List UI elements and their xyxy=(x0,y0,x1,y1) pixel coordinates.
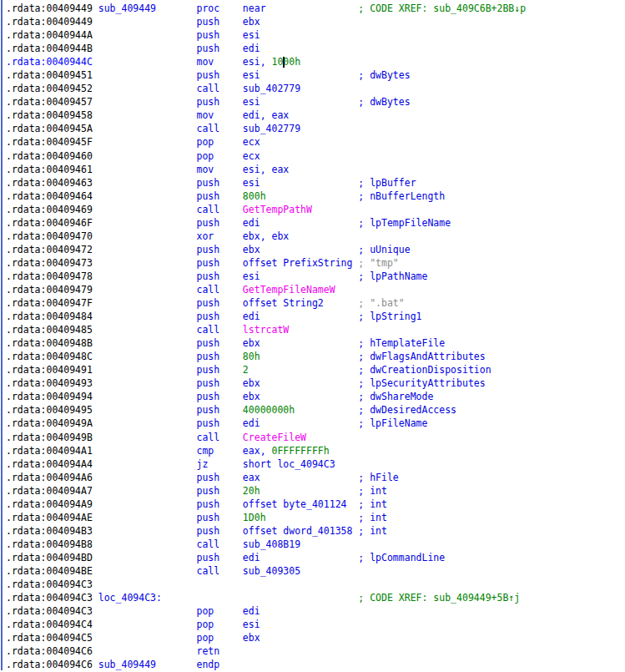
operands[interactable]: esi xyxy=(243,68,260,82)
mnemonic[interactable]: push xyxy=(196,551,219,564)
address[interactable]: .rdata:004094B3 xyxy=(6,524,93,538)
operand-token-b[interactable]: edi, eax xyxy=(243,109,289,121)
mnemonic[interactable]: call xyxy=(196,323,219,336)
operands[interactable]: sub_402779 xyxy=(243,82,300,95)
address[interactable]: .rdata:00409484 xyxy=(6,310,93,323)
operands[interactable]: esi xyxy=(243,95,260,109)
mnemonic[interactable]: push xyxy=(196,403,219,417)
operand-token-b[interactable]: sub_408B19 xyxy=(243,538,300,550)
operand-token-g[interactable]: 0FFFFFFFFh xyxy=(271,445,329,457)
mnemonic[interactable]: pop xyxy=(196,618,214,631)
address[interactable]: .rdata:00409449 xyxy=(6,15,93,28)
operand-token-g[interactable]: 1D0h xyxy=(243,512,266,523)
operands[interactable]: sub_402779 xyxy=(243,122,300,135)
mnemonic[interactable]: push xyxy=(196,68,219,82)
mnemonic[interactable]: push xyxy=(196,350,219,363)
address[interactable]: .rdata:00409472 xyxy=(6,243,93,256)
operands[interactable]: 40000000h xyxy=(243,403,295,417)
operands[interactable]: edi xyxy=(243,417,260,430)
operand-token-g[interactable]: 40000000h xyxy=(243,404,295,416)
operands[interactable]: 2 xyxy=(243,363,249,376)
operands[interactable]: ebx xyxy=(243,631,260,644)
operands[interactable]: sub_409305 xyxy=(243,564,300,578)
operands[interactable]: short loc_4094C3 xyxy=(243,457,335,471)
operands[interactable]: esi xyxy=(243,270,260,283)
mnemonic[interactable]: push xyxy=(196,28,219,42)
operands[interactable]: offset PrefixString xyxy=(243,256,353,270)
operands[interactable]: sub_408B19 xyxy=(243,538,300,551)
operand-token-m[interactable]: CreateFileW xyxy=(243,432,306,443)
address[interactable]: .rdata:00409485 xyxy=(6,323,93,336)
operand-token-g[interactable]: 1000h xyxy=(271,56,300,68)
mnemonic[interactable]: push xyxy=(196,511,219,524)
address[interactable]: .rdata:0040944B xyxy=(6,42,93,55)
mnemonic[interactable]: push xyxy=(196,176,219,189)
operand-token-b[interactable]: esi, eax xyxy=(243,164,289,175)
operand-token-g[interactable]: 2 xyxy=(243,364,249,376)
operands[interactable]: edi xyxy=(243,42,260,55)
address[interactable]: .rdata:00409451 xyxy=(6,68,93,82)
operands[interactable]: esi xyxy=(243,176,260,189)
address[interactable]: .rdata:0040949A xyxy=(6,417,93,430)
operand-token-b[interactable]: ebx xyxy=(243,632,260,644)
address[interactable]: .rdata:00409449 xyxy=(6,2,93,15)
address[interactable]: .rdata:004094C3 xyxy=(6,578,93,591)
operands[interactable]: esi xyxy=(243,618,260,631)
operands[interactable]: near xyxy=(243,2,266,15)
operands[interactable]: CreateFileW xyxy=(243,431,306,444)
mnemonic[interactable]: push xyxy=(196,95,219,109)
operands[interactable]: 20h xyxy=(243,484,260,498)
address[interactable]: .rdata:004094BE xyxy=(6,564,93,578)
address[interactable]: .rdata:00409463 xyxy=(6,176,93,189)
mnemonic[interactable]: mov xyxy=(196,55,214,68)
mnemonic[interactable]: mov xyxy=(196,109,214,122)
mnemonic[interactable]: call xyxy=(196,82,219,95)
operand-token-b[interactable]: esi xyxy=(243,619,260,630)
mnemonic[interactable]: push xyxy=(196,336,219,350)
address[interactable]: .rdata:00409458 xyxy=(6,109,93,122)
operands[interactable]: eax xyxy=(243,471,260,484)
operand-token-b[interactable]: ebx xyxy=(243,391,260,402)
operand-token-b[interactable]: offset String2 xyxy=(243,297,324,309)
address[interactable]: .rdata:004094C4 xyxy=(6,618,93,631)
operand-token-b[interactable]: edi xyxy=(243,43,260,54)
operand-token-b[interactable]: eax, xyxy=(243,445,272,457)
operands[interactable]: 800h xyxy=(243,189,266,203)
address[interactable]: .rdata:004094C6 xyxy=(6,658,93,671)
address[interactable]: .rdata:00409473 xyxy=(6,256,93,270)
operand-token-b[interactable]: esi, xyxy=(243,56,272,68)
address[interactable]: .rdata:00409457 xyxy=(6,95,93,109)
mnemonic[interactable]: proc xyxy=(196,2,219,15)
mnemonic[interactable]: push xyxy=(196,15,219,28)
mnemonic[interactable]: push xyxy=(196,42,219,55)
operand-token-b[interactable]: ecx xyxy=(243,136,260,148)
operands[interactable]: GetTempFileNameW xyxy=(243,283,335,296)
label-name[interactable]: sub_409449 xyxy=(98,2,156,15)
address[interactable]: .rdata:00409494 xyxy=(6,390,93,403)
operands[interactable]: 1D0h xyxy=(243,511,266,524)
address[interactable]: .rdata:00409491 xyxy=(6,363,93,376)
address[interactable]: .rdata:00409469 xyxy=(6,203,93,216)
mnemonic[interactable]: xor xyxy=(196,230,214,243)
mnemonic[interactable]: call xyxy=(196,538,219,551)
address[interactable]: .rdata:004094A9 xyxy=(6,498,93,511)
mnemonic[interactable]: push xyxy=(196,376,219,390)
operands[interactable]: esi xyxy=(243,28,260,42)
operand-token-b[interactable]: sub_402779 xyxy=(243,123,300,134)
operand-token-b[interactable]: offset dword_401358 xyxy=(243,525,353,537)
address[interactable]: .rdata:00409461 xyxy=(6,163,93,176)
operands[interactable]: ebx xyxy=(243,376,260,390)
mnemonic[interactable]: endp xyxy=(196,658,219,671)
mnemonic[interactable]: pop xyxy=(196,631,214,644)
mnemonic[interactable]: push xyxy=(196,524,219,538)
mnemonic[interactable]: pop xyxy=(196,149,214,163)
mnemonic[interactable]: call xyxy=(196,122,219,135)
mnemonic[interactable]: call xyxy=(196,283,219,296)
operand-token-b[interactable]: ecx xyxy=(243,150,260,162)
address[interactable]: .rdata:004094A7 xyxy=(6,484,93,498)
operand-token-b[interactable]: esi xyxy=(243,177,260,189)
label-name[interactable]: loc_4094C3: xyxy=(98,591,162,604)
operand-token-b[interactable]: ebx, ebx xyxy=(243,230,289,242)
address[interactable]: .rdata:00409493 xyxy=(6,376,93,390)
operand-token-b[interactable]: offset PrefixString xyxy=(243,257,353,269)
